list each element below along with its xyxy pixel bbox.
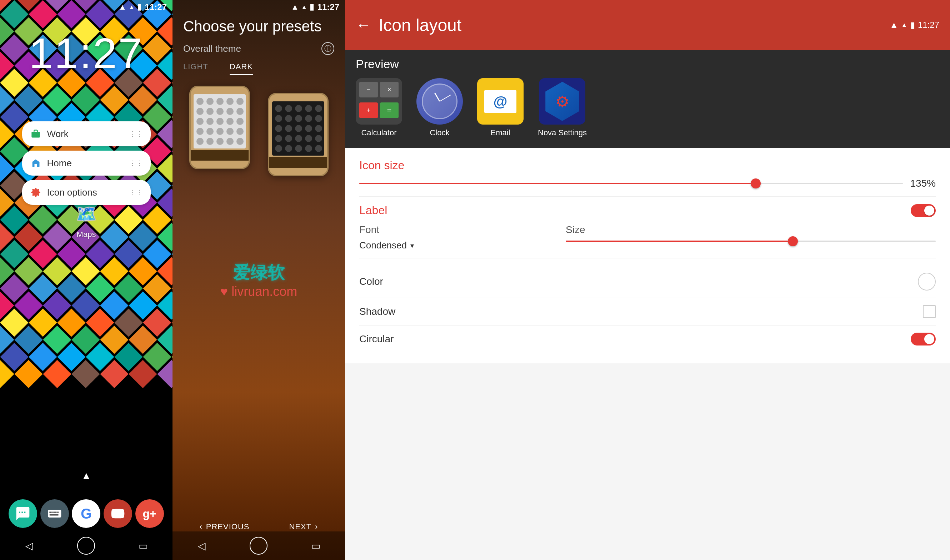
- p2-signal-icon: ▲: [291, 3, 299, 12]
- calc-plus: +: [359, 102, 378, 118]
- home-button[interactable]: [77, 537, 95, 555]
- clock-time: 11:27: [145, 2, 167, 12]
- nova-settings-app[interactable]: ⚙ Nova Settings: [538, 78, 587, 137]
- circular-section: Circular: [359, 326, 936, 352]
- dot-dark: [295, 135, 302, 142]
- circular-toggle[interactable]: [911, 333, 936, 346]
- info-icon[interactable]: ⓘ: [321, 42, 334, 55]
- p3-clock: 11:27: [918, 20, 939, 30]
- panel3-title: Icon layout: [379, 15, 882, 35]
- dot: [227, 118, 234, 125]
- google-icon[interactable]: G: [72, 499, 100, 528]
- email-app[interactable]: @ Email: [477, 78, 524, 137]
- icon-size-title: Icon size: [359, 159, 936, 172]
- dot-dark: [295, 105, 302, 112]
- label-row: Label: [359, 204, 936, 217]
- p2-back-button[interactable]: ◁: [191, 535, 213, 557]
- tab-dark[interactable]: DARK: [230, 62, 253, 75]
- prev-button[interactable]: ‹ PREVIOUS: [199, 522, 249, 531]
- dot-dark: [285, 105, 292, 112]
- shadow-checkbox[interactable]: [923, 305, 936, 318]
- font-size-slider-container: [566, 240, 936, 242]
- panel2-nav-bar: ◁ ▭: [173, 531, 345, 560]
- youtube-icon[interactable]: [103, 499, 132, 528]
- panel2-bottom-controls: ‹ PREVIOUS NEXT ›: [173, 522, 345, 531]
- up-arrow-icon: ▲: [82, 470, 91, 482]
- icon-size-slider-row: 135%: [359, 178, 936, 189]
- dot: [216, 98, 224, 105]
- tab-light[interactable]: LIGHT: [183, 62, 208, 75]
- dot: [207, 128, 214, 135]
- keyboard-icon[interactable]: [40, 499, 69, 528]
- icon-size-value: 135%: [910, 178, 936, 189]
- maps-icon: 🗺️: [72, 200, 101, 228]
- light-phone-mockup: [189, 86, 250, 169]
- dot: [216, 118, 224, 125]
- work-dots: ⋮⋮: [129, 130, 143, 138]
- menu-item-home[interactable]: Home ⋮⋮: [22, 151, 151, 175]
- dot: [207, 108, 214, 115]
- dot-dark: [305, 145, 312, 152]
- svg-rect-8: [49, 514, 59, 516]
- status-icons: ▲ ▲ ▮ 11:27: [119, 2, 167, 12]
- icon-size-fill: [359, 183, 751, 184]
- dot-dark: [295, 115, 302, 122]
- svg-rect-1: [34, 164, 37, 167]
- dot-dark: [285, 115, 292, 122]
- panel3-preview: Preview − × + = Calculator: [345, 50, 950, 148]
- dark-phone-base: [269, 168, 327, 175]
- next-button[interactable]: NEXT ›: [289, 522, 318, 531]
- dot-dark: [285, 145, 292, 152]
- icon-size-thumb[interactable]: [751, 178, 761, 188]
- dot-dark: [315, 125, 322, 132]
- panel2-subtitle-row: Overall theme ⓘ: [183, 42, 334, 55]
- back-button[interactable]: ◁: [19, 535, 40, 557]
- svg-rect-2: [48, 510, 62, 517]
- dropdown-icon[interactable]: ▾: [410, 241, 414, 250]
- panel2-presets: 爱绿软 ♥ livruan.com ▲ ▲ ▮ 11:27 Choose you…: [173, 0, 345, 560]
- p2-recent-button[interactable]: ▭: [305, 535, 327, 557]
- phone-base: [191, 161, 248, 168]
- light-screen-content: [194, 94, 246, 148]
- dot-dark: [295, 145, 302, 152]
- next-label: NEXT: [289, 522, 312, 531]
- clock-hour-hand: [434, 92, 440, 102]
- email-envelope: @: [484, 90, 517, 113]
- font-size-fill: [566, 240, 788, 242]
- wifi-icon: ▲: [129, 3, 135, 11]
- maps-app[interactable]: 🗺️ Maps: [72, 200, 101, 239]
- google-plus-icon[interactable]: g+: [135, 499, 164, 528]
- panel2-subtitle: Overall theme: [183, 43, 241, 54]
- label-toggle[interactable]: [911, 204, 936, 217]
- panel2-tabs: LIGHT DARK: [183, 62, 334, 75]
- dot: [196, 118, 204, 125]
- color-picker[interactable]: [918, 273, 936, 291]
- panel1-nav-bar: ◁ ▭: [0, 531, 173, 560]
- dot-dark: [315, 115, 322, 122]
- p2-home-button[interactable]: [250, 537, 267, 555]
- chat-icon[interactable]: [9, 499, 37, 528]
- clock-minute-hand: [440, 95, 451, 102]
- dark-dot-grid: [275, 105, 321, 152]
- dot: [207, 138, 214, 145]
- nova-hexagon: ⚙: [543, 82, 582, 121]
- clock-app[interactable]: Clock: [416, 78, 463, 137]
- dot: [196, 138, 204, 145]
- nova-icon: ⚙: [539, 78, 585, 125]
- back-button[interactable]: ←: [356, 16, 372, 34]
- icon-size-track[interactable]: [359, 183, 903, 184]
- email-icon: @: [477, 78, 524, 125]
- condensed-row: Condensed ▾: [359, 240, 544, 251]
- dot: [236, 118, 244, 125]
- recent-button[interactable]: ▭: [133, 535, 154, 557]
- font-size-track[interactable]: [566, 240, 936, 242]
- size-col: Size: [566, 224, 936, 251]
- calculator-app[interactable]: − × + = Calculator: [356, 78, 402, 137]
- clock-label: Clock: [430, 128, 449, 137]
- svg-rect-4: [51, 512, 53, 513]
- font-size-thumb[interactable]: [788, 236, 798, 246]
- menu-item-work[interactable]: Work ⋮⋮: [22, 122, 151, 146]
- panel2-status-icons: ▲ ▲ ▮ 11:27: [291, 2, 339, 12]
- next-chevron-icon: ›: [315, 522, 318, 531]
- calculator-icon: − × + =: [356, 78, 402, 125]
